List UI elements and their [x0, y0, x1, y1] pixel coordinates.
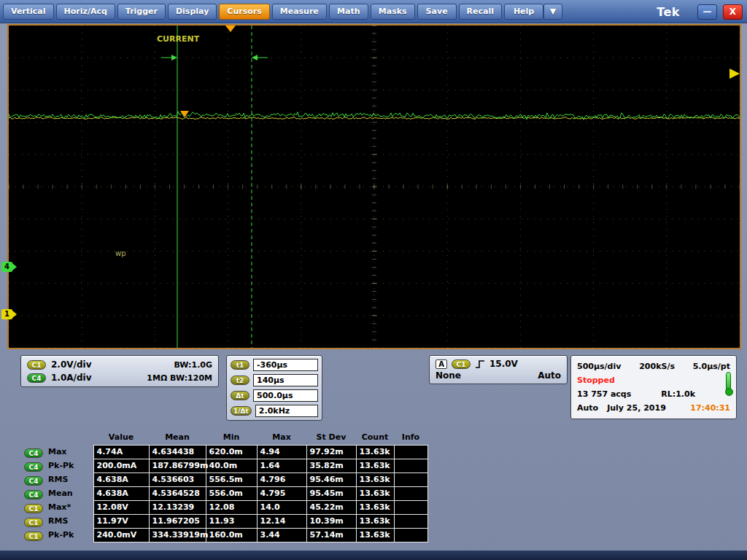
measurement-value: 187.86799m [149, 459, 206, 472]
trigger-level-arrow[interactable] [729, 69, 740, 79]
measurement-row: C4Max4.74A4.634438620.0m4.9497.92m13.63k [20, 445, 427, 459]
measurement-channel: C4 [20, 486, 47, 500]
cursor-readout-panel: t1-360µst2140µsΔt500.0µs1/Δt2.0kHz [226, 355, 322, 421]
channel-4-marker[interactable]: 4 [1, 262, 12, 272]
measurement-name: Pk-Pk [47, 528, 93, 542]
measurement-header: Count [356, 430, 394, 445]
measurement-row: C1RMS11.97V11.96720511.9312.1410.39m13.6… [20, 514, 427, 528]
measurement-channel: C4 [20, 445, 47, 459]
trigger-a-badge: A [436, 359, 447, 369]
trigger-point-marker [180, 111, 189, 117]
measurement-value: 4.638A [93, 486, 149, 500]
measurement-value: 4.536603 [149, 472, 206, 486]
trigger-readout-panel: A C1 15.0V None Auto [429, 355, 568, 384]
cursor-value[interactable]: 2.0kHz [255, 405, 318, 417]
measurement-value [394, 445, 427, 459]
waveform-display: CURRENT wp 4 1 [7, 24, 741, 349]
menu-vertical[interactable]: Vertical [3, 4, 54, 20]
measurement-value: 11.93 [206, 514, 257, 528]
channel-badge-c4[interactable]: C4 [24, 476, 43, 486]
measurement-value: 4.634438 [149, 445, 206, 459]
tek-logo: Tek [657, 5, 680, 19]
measurement-value: 160.0m [206, 528, 257, 542]
menu-masks[interactable]: Masks [371, 4, 415, 20]
measurement-value: 97.92m [306, 445, 356, 459]
channel-badge-c4[interactable]: C4 [24, 462, 43, 472]
record-length: RL:1.0k [661, 389, 695, 399]
measurement-name: RMS [47, 514, 93, 528]
measurement-channel: C4 [20, 472, 47, 486]
measurement-name: Max [47, 445, 93, 459]
measurement-value: 13.63k [356, 445, 394, 459]
trigger-level-value[interactable]: 15.0V [489, 359, 518, 369]
cursor-row-t1: t1-360µs [231, 359, 318, 371]
cursor-row--t: Δt500.0µs [231, 389, 318, 402]
measurement-value [394, 472, 427, 486]
trigger-mode-row: None Auto [436, 370, 561, 381]
measurement-table: ValueMeanMinMaxSt DevCountInfo C4Max4.74… [20, 430, 427, 542]
acquisition-status: Stopped [577, 376, 615, 385]
channel-badge-c4[interactable]: C4 [27, 373, 46, 383]
vertical-readout-c4: C41.0A/div1MΩ BW:120M [27, 373, 212, 383]
menu-recall[interactable]: Recall [459, 4, 502, 20]
measurement-name: Max* [47, 500, 93, 514]
channel-badge-c1[interactable]: C1 [24, 532, 43, 541]
cursor-value[interactable]: 140µs [253, 374, 318, 386]
cursor-badge: 1/Δt [231, 406, 252, 416]
trigger-mode[interactable]: Auto [538, 370, 561, 381]
channel-badge-c4[interactable]: C4 [24, 448, 43, 458]
measurement-row: C4Pk-Pk200.0mA187.86799m40.0m1.6435.82m1… [20, 459, 427, 472]
cursor-value[interactable]: -360µs [253, 359, 318, 371]
cursor-value[interactable]: 500.0µs [253, 389, 318, 402]
menu-dropdown-button[interactable]: ▼ [543, 4, 562, 20]
timebase-value: 500µs/div [577, 362, 621, 371]
measurement-value: 13.63k [356, 459, 394, 472]
menu-math[interactable]: Math [329, 4, 368, 20]
channel-scale[interactable]: 1.0A/div [51, 373, 91, 383]
cursor-badge: Δt [231, 391, 249, 400]
measurement-value: 45.22m [306, 500, 356, 514]
temperature-indicator-icon [726, 372, 731, 394]
measurement-value: 95.45m [306, 486, 356, 500]
menu-bar: VerticalHoriz/AcqTriggerDisplayCursorsMe… [0, 0, 747, 23]
measurement-header: St Dev [306, 430, 356, 445]
trigger-holdoff: None [436, 370, 461, 381]
channel-badge-c1[interactable]: C1 [27, 360, 46, 370]
trigger-position-marker[interactable] [225, 26, 236, 32]
menu-display[interactable]: Display [168, 4, 217, 20]
scope-overlay: CURRENT wp [9, 26, 740, 348]
acquisition-panel: 500µs/div 200kS/s 5.0µs/pt Stopped 13 75… [570, 355, 737, 419]
measurement-tbody: C4Max4.74A4.634438620.0m4.9497.92m13.63k… [20, 445, 427, 542]
menu-buttons: VerticalHoriz/AcqTriggerDisplayCursorsMe… [3, 4, 543, 20]
measurement-value: 4.94 [257, 445, 306, 459]
channel-1-marker[interactable]: 1 [1, 309, 12, 319]
vertical-readout-c1: C12.0V/divBW:1.0G [27, 359, 212, 370]
measurement-value: 12.08V [93, 500, 149, 514]
acq-count: 13 757 acqs [577, 389, 631, 399]
vertical-readout-panel: C12.0V/divBW:1.0GC41.0A/div1MΩ BW:120M [20, 355, 219, 387]
vertical-rows: C12.0V/divBW:1.0GC41.0A/div1MΩ BW:120M [27, 358, 212, 384]
measurement-value: 556.5m [206, 472, 257, 486]
channel-badge-c1[interactable]: C1 [24, 504, 43, 513]
channel-badge-c4[interactable]: C4 [24, 490, 43, 499]
menu-cursors[interactable]: Cursors [219, 4, 269, 20]
measurement-value [394, 459, 427, 472]
measurement-value [394, 514, 427, 528]
measurement-name: Mean [47, 486, 93, 500]
channel-scale[interactable]: 2.0V/div [51, 359, 91, 370]
menu-help[interactable]: Help [504, 4, 543, 20]
measurement-row: C4RMS4.638A4.536603556.5m4.79695.46m13.6… [20, 472, 427, 486]
close-button[interactable]: X [723, 4, 743, 20]
acq-datetime-row: Auto July 25, 2019 17:40:31 [577, 401, 730, 415]
measurement-value: 57.14m [306, 528, 356, 542]
menu-save[interactable]: Save [417, 4, 457, 20]
menu-trigger[interactable]: Trigger [117, 4, 166, 20]
menu-horiz-acq[interactable]: Horiz/Acq [56, 4, 115, 20]
cursor-row-t2: t2140µs [231, 374, 318, 386]
trigger-source-badge[interactable]: C1 [452, 359, 471, 369]
channel-bandwidth: 1MΩ BW:120M [147, 373, 212, 383]
channel-badge-c1[interactable]: C1 [24, 518, 43, 527]
menu-measure[interactable]: Measure [272, 4, 327, 20]
measurement-header: Min [206, 430, 257, 445]
minimize-button[interactable]: — [697, 4, 717, 20]
